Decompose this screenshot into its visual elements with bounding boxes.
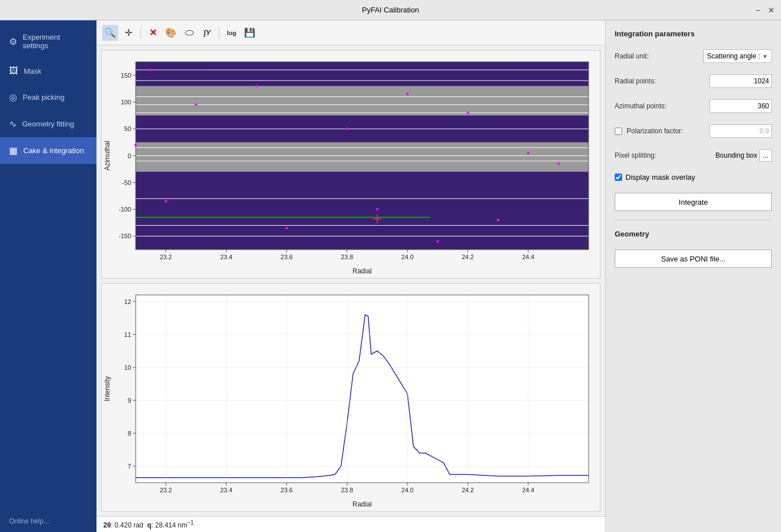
sidebar-item-experiment-settings[interactable]: ⚙ Experiment settings bbox=[0, 25, 96, 58]
radial-unit-value: Scattering angle : bbox=[707, 52, 760, 60]
titlebar-title: PyFAI Calibration bbox=[362, 6, 419, 14]
save-poni-button[interactable]: Save as PONI file... bbox=[615, 250, 772, 268]
remove-button[interactable]: ✕ bbox=[145, 25, 161, 41]
pixel-splitting-value: Bounding box bbox=[687, 151, 758, 159]
azimuthal-points-input[interactable] bbox=[709, 99, 772, 113]
integrate-button[interactable]: Integrate bbox=[615, 193, 772, 211]
azimuthal-points-row: Azimuthal points: bbox=[615, 99, 772, 113]
minimize-button[interactable]: − bbox=[753, 5, 763, 15]
top-chart bbox=[102, 50, 600, 278]
status-text: 2θ: 0.420 rad q: 28.414 nm−1 bbox=[103, 520, 194, 529]
pixel-splitting-label: Pixel splitting: bbox=[615, 151, 685, 159]
right-panel: Integration parameters Radial unit: Scat… bbox=[605, 20, 781, 532]
display-mask-checkbox[interactable] bbox=[615, 174, 622, 181]
sidebar-spacer bbox=[0, 164, 96, 510]
statusbar: 2θ: 0.420 rad q: 28.414 nm−1 bbox=[96, 516, 605, 532]
sidebar-item-label: Cake & integration bbox=[23, 146, 84, 155]
display-mask-row: Display mask overlay bbox=[615, 173, 772, 181]
pixel-splitting-row: Pixel splitting: Bounding box ... bbox=[615, 149, 772, 162]
radial-points-row: Radial points: bbox=[615, 74, 772, 88]
radial-points-label: Radial points: bbox=[615, 77, 706, 85]
polarization-label: Polarization factor: bbox=[627, 127, 706, 135]
log-button[interactable]: log bbox=[224, 25, 240, 41]
close-button[interactable]: ✕ bbox=[766, 5, 776, 15]
sidebar-item-label: Peak picking bbox=[23, 93, 65, 102]
polarization-checkbox[interactable] bbox=[615, 128, 622, 135]
sidebar-item-cake-integration[interactable]: ▦ Cake & integration bbox=[0, 137, 96, 164]
cake-integration-icon: ▦ bbox=[9, 145, 18, 156]
geometry-fitting-icon: ∿ bbox=[9, 119, 16, 129]
radial-points-input[interactable] bbox=[709, 74, 772, 88]
sidebar-item-peak-picking[interactable]: ◎ Peak picking bbox=[0, 84, 96, 111]
radial-unit-label: Radial unit: bbox=[615, 52, 700, 60]
radial-unit-arrow: ▼ bbox=[762, 53, 768, 60]
panel-divider bbox=[615, 220, 772, 221]
toolbar: 🔍 ✛ ✕ 🎨 ⬭ ∫Y log 💾 bbox=[96, 20, 605, 45]
sidebar-item-label: Mask bbox=[24, 67, 41, 75]
axes-button[interactable]: ∫Y bbox=[199, 25, 215, 41]
toolbar-separator bbox=[140, 27, 141, 39]
titlebar-controls: − ✕ bbox=[753, 5, 776, 15]
bottom-chart-container bbox=[101, 283, 601, 512]
geometry-title: Geometry bbox=[615, 230, 772, 238]
toolbar-separator-2 bbox=[219, 27, 220, 39]
content-area: 🔍 ✛ ✕ 🎨 ⬭ ∫Y log 💾 2θ: 0.420 rad q: 28.4… bbox=[96, 20, 605, 532]
mask-icon: 🖼 bbox=[9, 66, 18, 76]
pixel-splitting-more-button[interactable]: ... bbox=[759, 149, 772, 162]
save-chart-button[interactable]: 💾 bbox=[242, 25, 258, 41]
display-mask-label: Display mask overlay bbox=[625, 173, 695, 181]
experiment-settings-icon: ⚙ bbox=[9, 36, 17, 47]
radial-unit-dropdown[interactable]: Scattering angle : ▼ bbox=[703, 49, 772, 63]
integration-params-title: Integration parameters bbox=[615, 29, 772, 38]
sidebar-item-mask[interactable]: 🖼 Mask bbox=[0, 58, 96, 84]
peak-picking-icon: ◎ bbox=[9, 92, 17, 103]
top-chart-container bbox=[101, 50, 601, 278]
bottom-chart bbox=[102, 284, 600, 511]
sidebar-item-geometry-fitting[interactable]: ∿ Geometry fitting bbox=[0, 111, 96, 137]
polarization-input[interactable] bbox=[709, 124, 772, 138]
sidebar-item-label: Experiment settings bbox=[23, 33, 87, 50]
online-help-link[interactable]: Online help... bbox=[0, 510, 96, 532]
pan-button[interactable]: ✛ bbox=[120, 25, 136, 41]
charts-area bbox=[96, 45, 605, 516]
main-layout: ⚙ Experiment settings 🖼 Mask ◎ Peak pick… bbox=[0, 20, 781, 532]
zoom-button[interactable]: 🔍 bbox=[102, 25, 118, 41]
sidebar-item-label: Geometry fitting bbox=[22, 120, 74, 128]
titlebar: PyFAI Calibration − ✕ bbox=[0, 0, 781, 20]
azimuthal-points-label: Azimuthal points: bbox=[615, 102, 706, 110]
sidebar: ⚙ Experiment settings 🖼 Mask ◎ Peak pick… bbox=[0, 20, 96, 532]
ellipse-button[interactable]: ⬭ bbox=[181, 25, 197, 41]
radial-unit-row: Radial unit: Scattering angle : ▼ bbox=[615, 49, 772, 63]
polarization-row: Polarization factor: bbox=[615, 124, 772, 138]
palette-button[interactable]: 🎨 bbox=[163, 25, 179, 41]
